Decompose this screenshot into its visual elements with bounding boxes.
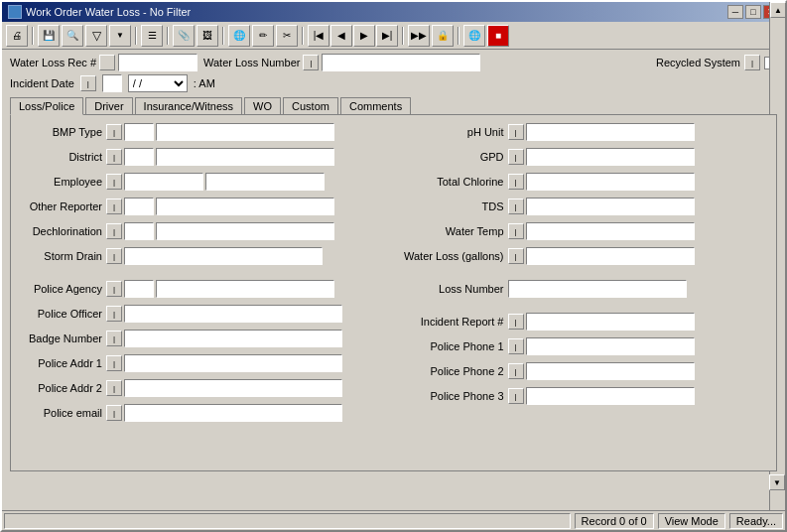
incident-report-row: Incident Report # | xyxy=(399,311,771,332)
nav-extra-button[interactable]: ▶▶ xyxy=(408,25,430,47)
edit-button[interactable]: ✏ xyxy=(252,25,274,47)
find-button[interactable]: 🔍 xyxy=(62,25,83,47)
police-officer-row: Police Officer | xyxy=(17,303,389,325)
incident-date-lookup-btn[interactable]: | xyxy=(80,75,96,91)
police-agency-name[interactable] xyxy=(156,280,334,298)
employee-lookup-btn[interactable]: | xyxy=(106,174,122,190)
filter-button[interactable]: ▽ xyxy=(85,25,107,47)
status-bar: Record 0 of 0 View Mode Ready... xyxy=(2,510,785,530)
tab-custom[interactable]: Custom xyxy=(283,97,338,115)
storm-drain-lookup-btn[interactable]: | xyxy=(106,248,122,264)
globe2-button[interactable]: 🌐 xyxy=(463,25,485,47)
tds-value[interactable] xyxy=(526,198,695,215)
total-chlorine-value[interactable] xyxy=(526,173,695,191)
globe-button[interactable]: 🌐 xyxy=(228,25,250,47)
maximize-button[interactable]: □ xyxy=(745,5,761,19)
gpd-lookup-btn[interactable]: | xyxy=(508,149,524,165)
incident-report-lookup-btn[interactable]: | xyxy=(508,314,524,330)
dechlorination-lookup-btn[interactable]: | xyxy=(106,223,122,239)
filter-dropdown-button[interactable]: ▼ xyxy=(109,25,131,47)
police-addr2-value[interactable] xyxy=(124,379,342,397)
first-record-button[interactable]: |◀ xyxy=(308,25,329,47)
water-loss-gallons-value[interactable] xyxy=(526,247,695,265)
badge-number-lookup-btn[interactable]: | xyxy=(106,331,122,346)
attach-button[interactable]: 📎 xyxy=(173,25,195,47)
other-reporter-lookup-btn[interactable]: | xyxy=(106,199,122,214)
dechlorination-row: Dechlorination | xyxy=(17,220,389,242)
recycled-system-lookup-btn[interactable]: | xyxy=(744,55,760,70)
dechlorination-name[interactable] xyxy=(156,222,334,240)
stop-button[interactable]: ■ xyxy=(487,25,509,47)
police-phone3-label: Police Phone 3 xyxy=(399,390,508,402)
prev-record-button[interactable]: ◀ xyxy=(330,25,352,47)
bmp-type-name[interactable] xyxy=(156,123,334,141)
lock-button[interactable]: 🔒 xyxy=(432,25,454,47)
last-record-button[interactable]: ▶| xyxy=(376,25,398,47)
gpd-value[interactable] xyxy=(526,148,695,166)
tab-insurance-witness[interactable]: Insurance/Witness xyxy=(135,97,242,115)
other-reporter-name[interactable] xyxy=(156,198,334,215)
police-phone1-lookup-btn[interactable]: | xyxy=(508,338,524,354)
cut-button[interactable]: ✂ xyxy=(276,25,298,47)
police-phone2-value[interactable] xyxy=(526,362,695,380)
police-addr1-label: Police Addr 1 xyxy=(17,357,106,369)
tab-content-loss-police: BMP Type | District | xyxy=(10,114,777,471)
dechlorination-code[interactable] xyxy=(124,222,154,240)
toolbar-sep-3 xyxy=(167,27,169,45)
water-loss-number-input[interactable] xyxy=(322,54,480,71)
tab-driver[interactable]: Driver xyxy=(85,97,132,115)
police-officer-value[interactable] xyxy=(124,305,342,323)
other-reporter-code[interactable] xyxy=(124,198,154,215)
police-agency-code[interactable] xyxy=(124,280,154,298)
tab-loss-police[interactable]: Loss/Police xyxy=(10,97,83,115)
loss-number-value[interactable] xyxy=(508,280,687,298)
save-button[interactable]: 💾 xyxy=(38,25,60,47)
police-agency-lookup-btn[interactable]: | xyxy=(106,281,122,297)
employee-code[interactable] xyxy=(124,173,203,191)
total-chlorine-lookup-btn[interactable]: | xyxy=(508,174,524,190)
incident-report-value[interactable] xyxy=(526,313,695,331)
tab-wo[interactable]: WO xyxy=(244,97,281,115)
police-officer-lookup-btn[interactable]: | xyxy=(106,306,122,322)
ph-unit-value[interactable] xyxy=(526,123,695,141)
water-loss-rec-input[interactable] xyxy=(118,54,197,71)
water-loss-rec-lookup-btn[interactable] xyxy=(99,55,115,70)
district-lookup-btn[interactable]: | xyxy=(106,149,122,165)
badge-number-value[interactable] xyxy=(124,330,342,347)
next-record-button[interactable]: ▶ xyxy=(353,25,375,47)
water-temp-lookup-btn[interactable]: | xyxy=(508,223,524,239)
police-email-value[interactable] xyxy=(124,404,342,422)
water-loss-rec-group: Water Loss Rec # xyxy=(10,54,197,71)
police-phone3-lookup-btn[interactable]: | xyxy=(508,388,524,404)
police-phone2-lookup-btn[interactable]: | xyxy=(508,363,524,379)
print-button[interactable]: 🖨 xyxy=(6,25,28,47)
police-addr2-lookup-btn[interactable]: | xyxy=(106,380,122,396)
tab-comments[interactable]: Comments xyxy=(340,97,411,115)
bmp-type-lookup-btn[interactable]: | xyxy=(106,124,122,140)
tds-lookup-btn[interactable]: | xyxy=(508,199,524,214)
police-phone3-value[interactable] xyxy=(526,387,695,405)
list-button[interactable]: ☰ xyxy=(141,25,163,47)
image-button[interactable]: 🖼 xyxy=(197,25,218,47)
water-loss-gallons-lookup-btn[interactable]: | xyxy=(508,248,524,264)
incident-date-select[interactable]: / / xyxy=(128,74,188,92)
police-addr1-value[interactable] xyxy=(124,354,342,372)
district-code[interactable] xyxy=(124,148,154,166)
scroll-up-btn[interactable]: ▲ xyxy=(770,2,786,18)
incident-date-day[interactable] xyxy=(102,74,122,92)
water-temp-value[interactable] xyxy=(526,222,695,240)
employee-name[interactable] xyxy=(205,173,325,191)
police-phone1-value[interactable] xyxy=(526,337,695,355)
police-agency-row: Police Agency | xyxy=(17,278,389,300)
water-loss-number-lookup-btn[interactable]: | xyxy=(303,55,319,70)
minimize-button[interactable]: ─ xyxy=(727,5,743,19)
storm-drain-value[interactable] xyxy=(124,247,323,265)
bmp-type-code[interactable] xyxy=(124,123,154,141)
district-name[interactable] xyxy=(156,148,334,166)
toolbar-sep-5 xyxy=(302,27,304,45)
badge-number-label: Badge Number xyxy=(17,332,106,344)
police-email-lookup-btn[interactable]: | xyxy=(106,405,122,421)
police-addr1-lookup-btn[interactable]: | xyxy=(106,355,122,371)
ph-unit-lookup-btn[interactable]: | xyxy=(508,124,524,140)
scroll-down-btn[interactable]: ▼ xyxy=(769,474,785,490)
